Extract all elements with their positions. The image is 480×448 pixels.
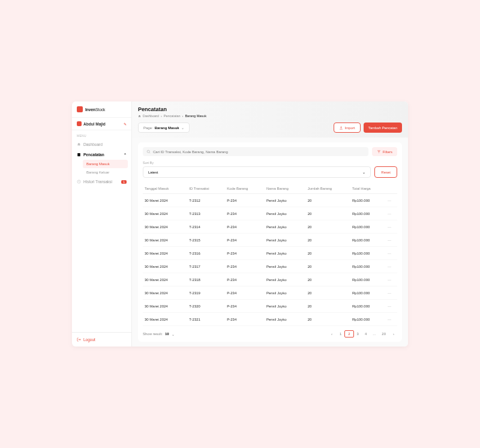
logo-text: InvenStock bbox=[85, 107, 105, 112]
menu-label: MENU bbox=[72, 130, 131, 139]
cell-code: P-234 bbox=[225, 234, 265, 247]
cell-date: 30 Maret 2024 bbox=[143, 300, 187, 313]
page-1[interactable]: 1 bbox=[337, 331, 344, 337]
col-nama: Nama Barang bbox=[265, 184, 306, 194]
page-...[interactable]: ... bbox=[370, 331, 379, 337]
cell-qty: 20 bbox=[306, 260, 350, 273]
cell-code: P-234 bbox=[225, 313, 265, 326]
row-action[interactable]: ⋯ bbox=[386, 313, 397, 326]
sidebar-item-label: Histori Transaksi bbox=[83, 180, 112, 184]
cell-qty: 20 bbox=[306, 286, 350, 300]
user-icon bbox=[77, 121, 82, 126]
cell-code: P-234 bbox=[225, 220, 265, 234]
table-row: 30 Maret 2024T-2312P-234Pensil Joyko20Rp… bbox=[143, 194, 397, 207]
sort-select[interactable]: Latest ⌄ bbox=[143, 166, 371, 178]
crumb-item[interactable]: Dashboard bbox=[143, 114, 159, 118]
table-row: 30 Maret 2024T-2320P-234Pensil Joyko20Rp… bbox=[143, 300, 397, 313]
cell-date: 30 Maret 2024 bbox=[143, 207, 187, 220]
sidebar-item-pencatatan[interactable]: Pencatatan ⌃ bbox=[72, 150, 131, 160]
sidebar-item-histori[interactable]: Histori Transaksi 1 bbox=[72, 177, 131, 187]
cell-date: 30 Maret 2024 bbox=[143, 194, 187, 207]
cell-date: 30 Maret 2024 bbox=[143, 220, 187, 234]
history-icon bbox=[77, 180, 81, 184]
cell-total: Rp100.000 bbox=[350, 247, 386, 260]
row-action[interactable]: ⋯ bbox=[386, 220, 397, 234]
user-profile[interactable]: Abdul Majid ✎ bbox=[72, 117, 131, 130]
row-action[interactable]: ⋯ bbox=[386, 300, 397, 313]
cell-date: 30 Maret 2024 bbox=[143, 286, 187, 300]
sort-label: Sort By bbox=[143, 161, 397, 165]
page-20[interactable]: 20 bbox=[379, 331, 389, 337]
home-icon bbox=[77, 142, 81, 147]
cell-name: Pensil Joyko bbox=[265, 313, 306, 326]
page-next[interactable]: › bbox=[390, 331, 397, 337]
cell-code: P-234 bbox=[225, 207, 265, 220]
row-action[interactable]: ⋯ bbox=[386, 247, 397, 260]
row-action[interactable]: ⋯ bbox=[386, 234, 397, 247]
chevron-down-icon: ⌄ bbox=[172, 332, 175, 336]
row-action[interactable]: ⋯ bbox=[386, 194, 397, 207]
page-2[interactable]: 2 bbox=[344, 330, 353, 338]
cell-total: Rp100.000 bbox=[350, 194, 386, 207]
cell-qty: 20 bbox=[306, 313, 350, 326]
cell-total: Rp100.000 bbox=[350, 234, 386, 247]
cell-code: P-234 bbox=[225, 273, 265, 286]
page-prev[interactable]: ‹ bbox=[328, 331, 335, 337]
search-box[interactable] bbox=[143, 147, 368, 156]
table-footer: Show result: 10 ⌄ ‹ 1234...20 › bbox=[143, 331, 397, 337]
logout-button[interactable]: Logout bbox=[72, 332, 131, 347]
table-row: 30 Maret 2024T-2318P-234Pensil Joyko20Rp… bbox=[143, 273, 397, 286]
cell-name: Pensil Joyko bbox=[265, 260, 306, 273]
page-4[interactable]: 4 bbox=[362, 331, 370, 337]
cell-total: Rp100.000 bbox=[350, 273, 386, 286]
table-row: 30 Maret 2024T-2313P-234Pensil Joyko20Rp… bbox=[143, 207, 397, 220]
cell-total: Rp100.000 bbox=[350, 300, 386, 313]
row-action[interactable]: ⋯ bbox=[386, 273, 397, 286]
svg-point-2 bbox=[147, 150, 149, 153]
home-icon bbox=[138, 115, 141, 118]
breadcrumb: Dashboard › Pencatatan › Barang Masuk bbox=[138, 114, 402, 118]
row-action[interactable]: ⋯ bbox=[386, 207, 397, 220]
edit-icon[interactable]: ✎ bbox=[124, 122, 127, 126]
table-row: 30 Maret 2024T-2317P-234Pensil Joyko20Rp… bbox=[143, 260, 397, 273]
sidebar-item-dashboard[interactable]: Dashboard bbox=[72, 139, 131, 150]
main-content: Pencatatan Dashboard › Pencatatan › Bara… bbox=[132, 101, 408, 347]
cell-total: Rp100.000 bbox=[350, 220, 386, 234]
col-id: ID Transaksi bbox=[187, 184, 225, 194]
cell-name: Pensil Joyko bbox=[265, 300, 306, 313]
cell-qty: 20 bbox=[306, 220, 350, 234]
submenu: Barang Masuk Barang Keluar bbox=[72, 160, 131, 177]
add-button[interactable]: Tambah Pencatan bbox=[364, 123, 402, 133]
cell-id: T-2313 bbox=[187, 207, 225, 220]
app-window: InvenStock Abdul Majid ✎ MENU Dashboard … bbox=[72, 101, 408, 347]
col-jumlah: Jumlah Barang bbox=[306, 184, 350, 194]
cell-id: T-2319 bbox=[187, 286, 225, 300]
search-icon bbox=[146, 150, 151, 154]
cell-name: Pensil Joyko bbox=[265, 234, 306, 247]
table-row: 30 Maret 2024T-2314P-234Pensil Joyko20Rp… bbox=[143, 220, 397, 234]
crumb-item[interactable]: Pencatatan bbox=[164, 114, 181, 118]
cell-qty: 20 bbox=[306, 234, 350, 247]
search-input[interactable] bbox=[153, 150, 365, 154]
page-3[interactable]: 3 bbox=[354, 331, 362, 337]
cell-name: Pensil Joyko bbox=[265, 194, 306, 207]
submenu-barang-keluar[interactable]: Barang Keluar bbox=[83, 168, 131, 177]
cell-qty: 20 bbox=[306, 207, 350, 220]
crumb-current: Barang Masuk bbox=[185, 114, 206, 118]
import-button[interactable]: Import bbox=[334, 123, 361, 133]
row-action[interactable]: ⋯ bbox=[386, 260, 397, 273]
cell-code: P-234 bbox=[225, 247, 265, 260]
row-action[interactable]: ⋯ bbox=[386, 286, 397, 300]
cell-qty: 20 bbox=[306, 300, 350, 313]
chevron-up-icon: ⌃ bbox=[124, 153, 127, 157]
reset-button[interactable]: Reset bbox=[374, 166, 397, 178]
cell-name: Pensil Joyko bbox=[265, 286, 306, 300]
filter-button[interactable]: Filters bbox=[372, 147, 397, 156]
cell-id: T-2315 bbox=[187, 234, 225, 247]
submenu-barang-masuk[interactable]: Barang Masuk bbox=[83, 160, 128, 168]
cell-code: P-234 bbox=[225, 286, 265, 300]
page-selector[interactable]: Page: Barang Masuk ⌄ bbox=[138, 123, 190, 133]
cell-date: 30 Maret 2024 bbox=[143, 247, 187, 260]
show-result[interactable]: Show result: 10 ⌄ bbox=[143, 332, 175, 336]
chevron-right-icon: › bbox=[161, 114, 162, 118]
